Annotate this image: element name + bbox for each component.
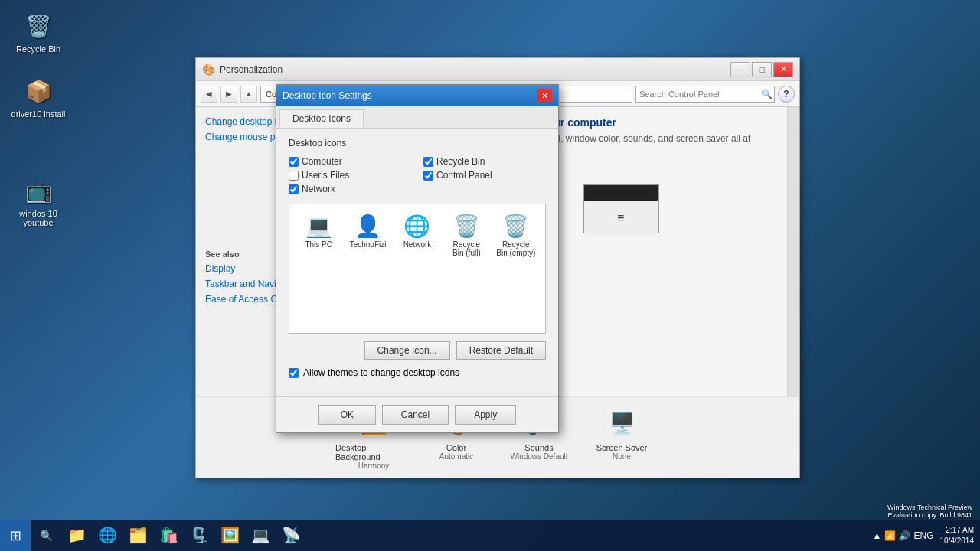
clock-time: 2:17 AM [940,525,975,536]
theme-preview-light: ≡ [583,184,659,233]
dialog-section-title: Desktop icons [289,138,546,148]
driver-install-icon: 📦 [23,76,54,106]
icon-grid-recycle-bin-full[interactable]: 🗑️ Recycle Bin (full) [443,210,489,327]
color-label: Color [446,443,466,452]
taskbar-clock[interactable]: 2:17 AM 10/4/2014 [940,525,975,546]
this-pc-glyph: 💻 [305,214,332,239]
taskbar-item-ie[interactable]: 🌐 [92,520,122,551]
desktop-icon-recycle-bin[interactable]: 🗑️ Recycle Bin [8,8,69,57]
icon-grid: 💻 This PC 👤 TechnoFizi 🌐 Network 🗑️ Recy… [289,204,546,334]
checkbox-computer[interactable]: Computer [289,156,411,167]
allow-themes-row: Allow themes to change desktop icons [289,367,546,378]
taskbar-item-archiver[interactable]: 🗜️ [184,520,214,551]
technofizi-label: TechnoFizi [350,240,387,249]
icon-grid-this-pc[interactable]: 💻 This PC [296,210,341,327]
search-button[interactable]: 🔍 [759,86,774,102]
taskbar-item-store[interactable]: 🛍️ [153,520,184,551]
dialog-close-button[interactable]: ✕ [537,89,552,103]
dialog-footer: OK Cancel Apply [276,396,558,432]
window-titlebar: 🎨 Personalization ─ □ ✕ [196,58,799,81]
win-info-line2: Evaluation copy. Build 9841 [887,511,972,519]
checkbox-users-files[interactable]: User's Files [289,170,411,181]
help-button[interactable]: ? [778,86,795,103]
taskbar-items: 📁 🌐 🗂️ 🛍️ 🗜️ 🖼️ 💻 📡 [61,520,867,551]
start-button[interactable]: ⊞ [0,520,31,551]
checkbox-network-input[interactable] [289,184,299,194]
search-field-wrap: 🔍 [635,86,775,103]
recycle-bin-icon: 🗑️ [23,11,54,41]
screen-saver-label: Screen Saver [596,443,648,452]
this-pc-label: This PC [305,240,332,249]
windows-info: Windows Technical Preview Evaluation cop… [887,504,972,519]
checkbox-network-label: Network [302,184,335,194]
taskbar-item-files[interactable]: 🗂️ [122,520,153,551]
checkbox-recycle-bin-input[interactable] [423,157,433,167]
checkbox-control-panel[interactable]: Control Panel [423,170,546,181]
checkbox-recycle-bin-label: Recycle Bin [436,156,485,167]
window-controls: ─ □ ✕ [730,62,793,77]
restore-default-button[interactable]: Restore Default [456,341,546,360]
desktop-icon-windows10-youtube[interactable]: 📺 windos 10 youtube [8,172,69,230]
win-info-line1: Windows Technical Preview [887,504,972,511]
allow-themes-checkbox[interactable] [289,368,299,378]
dialog-title: Desktop Icon Settings [283,90,537,101]
footer-item-screen-saver[interactable]: 🖥️ Screen Saver None [583,405,660,470]
tray-volume-icon[interactable]: 🔊 [899,530,910,541]
system-tray-icons: ▲ 📶 🔊 ENG [873,530,934,541]
icon-grid-network[interactable]: 🌐 Network [394,210,440,327]
taskbar-item-app2[interactable]: 💻 [245,520,276,551]
icon-grid-recycle-bin-empty[interactable]: 🗑️ Recycle Bin (empty) [493,210,539,327]
taskbar-search-button[interactable]: 🔍 [34,523,58,548]
desktop-bg-sublabel: Harmony [358,461,390,470]
dialog-titlebar: Desktop Icon Settings ✕ [276,85,558,106]
recycle-bin-empty-label: Recycle Bin (empty) [496,240,536,257]
ok-button[interactable]: OK [318,405,376,425]
taskbar-item-app1[interactable]: 🖼️ [214,520,245,551]
forward-button[interactable]: ▶ [220,86,237,103]
taskbar-tray: ▲ 📶 🔊 ENG 2:17 AM 10/4/2014 [867,525,980,546]
dialog-btn-row: Change Icon... Restore Default [289,341,546,360]
icon-grid-technofizi[interactable]: 👤 TechnoFizi [345,210,390,327]
sounds-label: Sounds [524,443,553,452]
scrollbar-vertical[interactable] [787,107,799,396]
screen-saver-sublabel: None [612,452,631,461]
personalization-title: Personalization [220,64,730,75]
checkbox-grid: Computer Recycle Bin User's Files Contro… [289,156,546,194]
apply-button[interactable]: Apply [455,405,516,425]
clock-date: 10/4/2014 [940,536,975,546]
dialog-tabs: Desktop Icons [276,106,558,129]
checkbox-users-files-input[interactable] [289,171,299,181]
maximize-button[interactable]: □ [752,62,772,77]
cancel-button[interactable]: Cancel [382,405,449,425]
color-sublabel: Automatic [439,452,473,461]
windows10-youtube-icon: 📺 [23,175,54,206]
recycle-bin-empty-glyph: 🗑️ [502,214,529,239]
checkbox-control-panel-input[interactable] [423,171,433,181]
network-glyph: 🌐 [403,214,430,239]
close-button[interactable]: ✕ [773,62,793,77]
theme-item-light[interactable]: ≡ [572,184,670,246]
sounds-sublabel: Windows Default [510,452,567,461]
up-button[interactable]: ▲ [240,86,257,103]
taskbar-item-file-explorer[interactable]: 📁 [61,520,92,551]
desktop-icon-driver-install[interactable]: 📦 driver10 install [8,73,69,122]
checkbox-network[interactable]: Network [289,184,411,194]
personalization-title-icon: 🎨 [202,64,215,76]
back-button[interactable]: ◀ [201,86,217,103]
search-input[interactable] [636,86,759,102]
checkbox-computer-input[interactable] [289,157,299,167]
recycle-bin-full-label: Recycle Bin (full) [446,240,486,257]
tray-show-hidden[interactable]: ▲ [873,530,882,541]
checkbox-recycle-bin[interactable]: Recycle Bin [423,156,546,167]
checkbox-control-panel-label: Control Panel [436,170,492,181]
tray-network-icon[interactable]: 📶 [884,530,896,541]
desktop: 🗑️ Recycle Bin 📦 driver10 install 📺 wind… [0,0,980,551]
checkbox-computer-label: Computer [302,156,342,167]
change-icon-button[interactable]: Change Icon... [364,341,450,360]
tray-keyboard-icon: ENG [913,530,933,541]
taskbar-item-app3[interactable]: 📡 [276,520,306,551]
tab-desktop-icons[interactable]: Desktop Icons [279,109,364,128]
dialog-content: Desktop icons Computer Recycle Bin User'… [276,129,558,396]
minimize-button[interactable]: ─ [730,62,750,77]
desktop-bg-label: Desktop Background [335,443,412,461]
